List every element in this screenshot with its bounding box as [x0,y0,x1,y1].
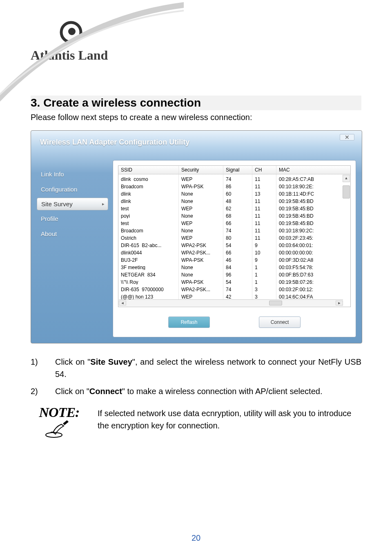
table-cell: 3 [252,285,276,292]
table-cell: 60 [223,189,252,196]
sidebar-item-about[interactable]: About [37,227,108,241]
reflash-button[interactable]: Reflash [168,317,210,328]
table-cell: None [179,211,223,218]
table-cell: 54 [223,277,252,285]
table-cell: 00:19:5B:45:BD [276,211,350,218]
table-cell: 84 [223,263,252,270]
chevron-right-icon: ▸ [102,201,105,207]
table-cell: WEP [179,204,223,211]
table-row[interactable]: OstrichWEP801100:03:2F:23:45: [118,233,350,241]
sidebar-item-link-info[interactable]: Link Info [37,167,108,181]
main-panel: SSIDSecuritySignalCHMAC dlink_cosmoWEP74… [113,160,356,337]
sidebar-item-configuration[interactable]: Configuration [37,183,108,196]
table-cell: test [118,218,179,226]
table-cell: 9 [252,255,276,263]
step-number: 2) [31,385,55,397]
table-cell: 10 [252,248,276,255]
table-cell: 3F meeting [118,263,179,270]
table-row[interactable]: DIR-615_B2-abc...WPA2-PSK54900:03:64:00:… [118,241,350,248]
table-cell: dlink [118,189,179,196]
table-cell: test [118,204,179,211]
table-cell: WPA2-PSK... [179,285,223,292]
table-row[interactable]: testWEP621100:19:5B:45:BD [118,204,350,211]
table-cell: 1 [252,263,276,270]
table-cell: 11 [252,218,276,226]
column-header[interactable]: Signal [223,166,252,174]
table-row[interactable]: BroadcomNone741100:10:18:90:2C: [118,226,350,233]
table-body: dlink_cosmoWEP741100:28:A5:C7:ABBroadcom… [118,174,350,299]
table-cell: None [179,196,223,204]
table-cell: WPA2-PSK... [179,248,223,255]
section-heading: 3. Create a wireless connection [31,96,361,110]
table-row[interactable]: poyiNone681100:19:5B:45:BD [118,211,350,218]
table-row[interactable]: BroadcomWPA-PSK861100:10:18:90:2E: [118,182,350,189]
table-row[interactable]: 3F meetingNone84100:03:F5:54:78: [118,263,350,270]
table-cell: 00:14:6C:04:FA [276,292,350,299]
table-cell: WPA-PSK [179,182,223,189]
table-cell: NETGEAR_834 [118,270,179,277]
table-cell: DIR-635_97000000 [118,285,179,292]
connect-button[interactable]: Connect [259,317,301,328]
scroll-left-icon[interactable]: ◄ [119,301,126,305]
table-cell: 11 [252,204,276,211]
table-cell: 11 [252,226,276,233]
table-row[interactable]: \\''\\ RoyWPA-PSK54100:19:5B:07:26: [118,277,350,285]
table-cell: 74 [223,226,252,233]
table-cell: WEP [179,292,223,299]
column-header[interactable]: Security [179,166,223,174]
table-cell: 00:19:5B:45:BD [276,218,350,226]
utility-window: ✕ Wireless LAN Adapter Configuration Uti… [31,130,362,343]
table-row[interactable]: NETGEAR_834None96100:0F:B5:D7:63 [118,270,350,277]
hscroll-thumb[interactable] [269,301,282,305]
table-header: SSIDSecuritySignalCHMAC [118,166,350,174]
close-icon[interactable]: ✕ [340,134,354,140]
table-row[interactable]: dlinkNone481100:19:5B:45:BD [118,196,350,204]
table-cell: DIR-615_B2-abc... [118,241,179,248]
table-row[interactable]: BU3-2FWPA-PSK46900:0F:3D:02:A8 [118,255,350,263]
table-cell: 80 [223,233,252,241]
step-2: 2) Click on "Connect" to make a wireless… [31,385,361,397]
note-text: If selected network use data ecnryption,… [98,405,361,432]
scroll-right-icon[interactable]: ► [336,301,343,305]
table-row[interactable]: DIR-635_97000000WPA2-PSK...74300:03:2F:0… [118,285,350,292]
table-cell: 62 [223,204,252,211]
table-cell: 3 [252,292,276,299]
table-row[interactable]: dlink0044WPA2-PSK...661000:00:00:00:00: [118,248,350,255]
table-cell: 68 [223,211,252,218]
table-cell: 00:0F:B5:D7:63 [276,270,350,277]
section-intro: Please follow next steps to create a new… [31,113,361,122]
table-cell: 11 [252,174,276,182]
table-cell: 13 [252,189,276,196]
table-cell: Broadcom [118,182,179,189]
table-cell: 00:19:5B:45:BD [276,204,350,211]
brand-name: Atlantis Land [31,48,361,63]
table-cell: 48 [223,196,252,204]
note-block: NOTE: If selected network use data ecnry… [31,405,361,440]
table-cell: 00:19:5B:45:BD [276,196,350,204]
text: Click on " [55,357,90,366]
sidebar-item-profile[interactable]: Profile [37,212,108,225]
table-cell: 00:19:5B:07:26: [276,277,350,285]
table-cell: 00:03:F5:54:78: [276,263,350,270]
column-header[interactable]: MAC [276,166,350,174]
table-cell: 00:03:2F:23:45: [276,233,350,241]
scrollbar-thumb[interactable] [343,185,350,198]
horizontal-scrollbar[interactable]: ◄ ► [119,299,343,306]
note-label: NOTE: [31,405,88,420]
table-cell: None [179,226,223,233]
sidebar-item-site-survey[interactable]: Site Survey▸ [37,198,108,210]
scroll-up-icon[interactable]: ▲ [343,175,350,182]
table-row[interactable]: dlink_cosmoWEP741100:28:A5:C7:AB [118,174,350,182]
table-row[interactable]: testWEP661100:19:5B:45:BD [118,218,350,226]
text: Click on " [55,387,89,396]
table-cell: 66 [223,218,252,226]
brand-logo-icon [59,20,83,46]
table-row[interactable]: dlinkNone601300:1B:11:4D:FC [118,189,350,196]
column-header[interactable]: SSID [118,166,179,174]
table-cell: None [179,189,223,196]
column-header[interactable]: CH [252,166,276,174]
table-cell: WEP [179,218,223,226]
bold-term: Site Suvey [90,357,132,366]
table-row[interactable]: (@@) hon 123WEP42300:14:6C:04:FA [118,292,350,299]
step-1: 1) Click on "Site Suvey", and select the… [31,356,361,380]
